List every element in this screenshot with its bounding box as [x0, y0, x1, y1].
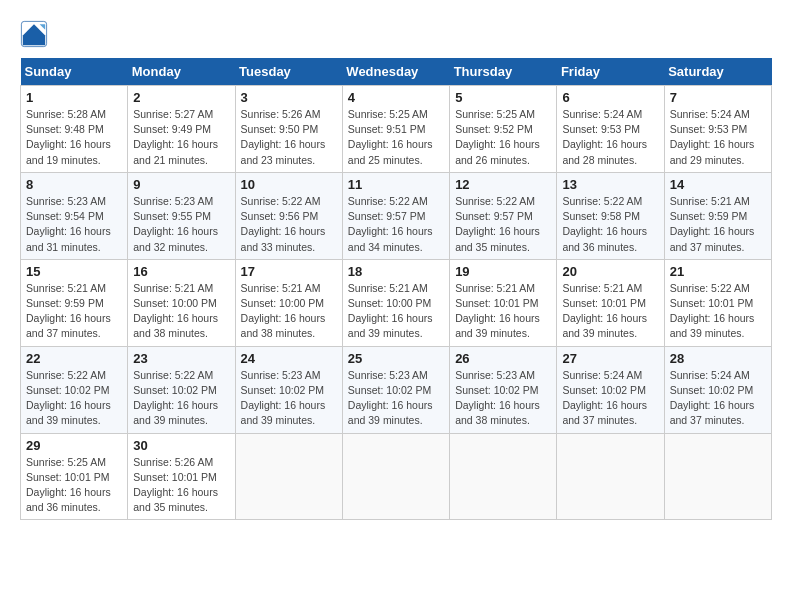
calendar-cell: 18 Sunrise: 5:21 AMSunset: 10:00 PMDayli… [342, 259, 449, 346]
calendar-cell: 13 Sunrise: 5:22 AMSunset: 9:58 PMDaylig… [557, 172, 664, 259]
day-number: 29 [26, 438, 122, 453]
day-info: Sunrise: 5:22 AMSunset: 9:57 PMDaylight:… [348, 195, 433, 253]
calendar-cell: 4 Sunrise: 5:25 AMSunset: 9:51 PMDayligh… [342, 86, 449, 173]
calendar-cell: 22 Sunrise: 5:22 AMSunset: 10:02 PMDayli… [21, 346, 128, 433]
weekday-header-wednesday: Wednesday [342, 58, 449, 86]
weekday-header-friday: Friday [557, 58, 664, 86]
calendar-cell: 15 Sunrise: 5:21 AMSunset: 9:59 PMDaylig… [21, 259, 128, 346]
day-number: 6 [562, 90, 658, 105]
calendar-cell: 9 Sunrise: 5:23 AMSunset: 9:55 PMDayligh… [128, 172, 235, 259]
weekday-header-saturday: Saturday [664, 58, 771, 86]
calendar-cell: 10 Sunrise: 5:22 AMSunset: 9:56 PMDaylig… [235, 172, 342, 259]
day-info: Sunrise: 5:25 AMSunset: 9:51 PMDaylight:… [348, 108, 433, 166]
day-number: 14 [670, 177, 766, 192]
calendar-cell [557, 433, 664, 520]
day-info: Sunrise: 5:22 AMSunset: 10:02 PMDaylight… [26, 369, 111, 427]
day-number: 10 [241, 177, 337, 192]
day-info: Sunrise: 5:23 AMSunset: 9:55 PMDaylight:… [133, 195, 218, 253]
day-info: Sunrise: 5:26 AMSunset: 9:50 PMDaylight:… [241, 108, 326, 166]
day-number: 18 [348, 264, 444, 279]
weekday-header-row: SundayMondayTuesdayWednesdayThursdayFrid… [21, 58, 772, 86]
day-number: 13 [562, 177, 658, 192]
day-number: 26 [455, 351, 551, 366]
weekday-header-thursday: Thursday [450, 58, 557, 86]
day-number: 22 [26, 351, 122, 366]
day-number: 28 [670, 351, 766, 366]
day-info: Sunrise: 5:21 AMSunset: 9:59 PMDaylight:… [26, 282, 111, 340]
day-info: Sunrise: 5:21 AMSunset: 10:00 PMDaylight… [348, 282, 433, 340]
calendar-cell: 23 Sunrise: 5:22 AMSunset: 10:02 PMDayli… [128, 346, 235, 433]
calendar-cell: 11 Sunrise: 5:22 AMSunset: 9:57 PMDaylig… [342, 172, 449, 259]
day-number: 5 [455, 90, 551, 105]
day-info: Sunrise: 5:25 AMSunset: 9:52 PMDaylight:… [455, 108, 540, 166]
calendar-week-4: 22 Sunrise: 5:22 AMSunset: 10:02 PMDayli… [21, 346, 772, 433]
day-number: 15 [26, 264, 122, 279]
day-info: Sunrise: 5:21 AMSunset: 10:01 PMDaylight… [455, 282, 540, 340]
calendar-cell: 8 Sunrise: 5:23 AMSunset: 9:54 PMDayligh… [21, 172, 128, 259]
day-info: Sunrise: 5:24 AMSunset: 9:53 PMDaylight:… [562, 108, 647, 166]
day-info: Sunrise: 5:22 AMSunset: 9:57 PMDaylight:… [455, 195, 540, 253]
calendar-week-3: 15 Sunrise: 5:21 AMSunset: 9:59 PMDaylig… [21, 259, 772, 346]
day-number: 19 [455, 264, 551, 279]
day-info: Sunrise: 5:22 AMSunset: 9:56 PMDaylight:… [241, 195, 326, 253]
day-info: Sunrise: 5:22 AMSunset: 10:01 PMDaylight… [670, 282, 755, 340]
calendar-cell: 26 Sunrise: 5:23 AMSunset: 10:02 PMDayli… [450, 346, 557, 433]
day-number: 9 [133, 177, 229, 192]
weekday-header-monday: Monday [128, 58, 235, 86]
day-info: Sunrise: 5:21 AMSunset: 10:00 PMDaylight… [241, 282, 326, 340]
day-number: 7 [670, 90, 766, 105]
calendar-cell: 16 Sunrise: 5:21 AMSunset: 10:00 PMDayli… [128, 259, 235, 346]
day-number: 24 [241, 351, 337, 366]
day-info: Sunrise: 5:24 AMSunset: 10:02 PMDaylight… [562, 369, 647, 427]
calendar-cell: 29 Sunrise: 5:25 AMSunset: 10:01 PMDayli… [21, 433, 128, 520]
calendar-cell: 28 Sunrise: 5:24 AMSunset: 10:02 PMDayli… [664, 346, 771, 433]
calendar-cell: 21 Sunrise: 5:22 AMSunset: 10:01 PMDayli… [664, 259, 771, 346]
day-info: Sunrise: 5:28 AMSunset: 9:48 PMDaylight:… [26, 108, 111, 166]
day-info: Sunrise: 5:22 AMSunset: 10:02 PMDaylight… [133, 369, 218, 427]
calendar-cell [235, 433, 342, 520]
page-header [20, 20, 772, 48]
day-info: Sunrise: 5:26 AMSunset: 10:01 PMDaylight… [133, 456, 218, 514]
calendar-cell: 14 Sunrise: 5:21 AMSunset: 9:59 PMDaylig… [664, 172, 771, 259]
calendar-week-5: 29 Sunrise: 5:25 AMSunset: 10:01 PMDayli… [21, 433, 772, 520]
calendar-cell: 12 Sunrise: 5:22 AMSunset: 9:57 PMDaylig… [450, 172, 557, 259]
day-number: 21 [670, 264, 766, 279]
calendar-cell: 19 Sunrise: 5:21 AMSunset: 10:01 PMDayli… [450, 259, 557, 346]
day-number: 1 [26, 90, 122, 105]
calendar-cell: 27 Sunrise: 5:24 AMSunset: 10:02 PMDayli… [557, 346, 664, 433]
day-number: 30 [133, 438, 229, 453]
day-info: Sunrise: 5:23 AMSunset: 9:54 PMDaylight:… [26, 195, 111, 253]
calendar-week-1: 1 Sunrise: 5:28 AMSunset: 9:48 PMDayligh… [21, 86, 772, 173]
calendar-cell: 1 Sunrise: 5:28 AMSunset: 9:48 PMDayligh… [21, 86, 128, 173]
day-info: Sunrise: 5:23 AMSunset: 10:02 PMDaylight… [455, 369, 540, 427]
day-info: Sunrise: 5:21 AMSunset: 10:01 PMDaylight… [562, 282, 647, 340]
calendar-cell: 5 Sunrise: 5:25 AMSunset: 9:52 PMDayligh… [450, 86, 557, 173]
calendar-cell [664, 433, 771, 520]
day-number: 17 [241, 264, 337, 279]
day-info: Sunrise: 5:24 AMSunset: 10:02 PMDaylight… [670, 369, 755, 427]
day-info: Sunrise: 5:27 AMSunset: 9:49 PMDaylight:… [133, 108, 218, 166]
day-info: Sunrise: 5:25 AMSunset: 10:01 PMDaylight… [26, 456, 111, 514]
day-number: 25 [348, 351, 444, 366]
calendar-cell [450, 433, 557, 520]
day-number: 27 [562, 351, 658, 366]
calendar-cell: 24 Sunrise: 5:23 AMSunset: 10:02 PMDayli… [235, 346, 342, 433]
calendar-cell: 20 Sunrise: 5:21 AMSunset: 10:01 PMDayli… [557, 259, 664, 346]
day-info: Sunrise: 5:22 AMSunset: 9:58 PMDaylight:… [562, 195, 647, 253]
logo [20, 20, 52, 48]
day-number: 4 [348, 90, 444, 105]
calendar-cell: 6 Sunrise: 5:24 AMSunset: 9:53 PMDayligh… [557, 86, 664, 173]
day-number: 12 [455, 177, 551, 192]
logo-icon [20, 20, 48, 48]
calendar-week-2: 8 Sunrise: 5:23 AMSunset: 9:54 PMDayligh… [21, 172, 772, 259]
day-info: Sunrise: 5:21 AMSunset: 10:00 PMDaylight… [133, 282, 218, 340]
day-info: Sunrise: 5:23 AMSunset: 10:02 PMDaylight… [348, 369, 433, 427]
calendar-cell: 7 Sunrise: 5:24 AMSunset: 9:53 PMDayligh… [664, 86, 771, 173]
day-number: 8 [26, 177, 122, 192]
weekday-header-tuesday: Tuesday [235, 58, 342, 86]
calendar-cell: 30 Sunrise: 5:26 AMSunset: 10:01 PMDayli… [128, 433, 235, 520]
calendar-cell: 17 Sunrise: 5:21 AMSunset: 10:00 PMDayli… [235, 259, 342, 346]
day-number: 2 [133, 90, 229, 105]
day-info: Sunrise: 5:24 AMSunset: 9:53 PMDaylight:… [670, 108, 755, 166]
calendar-cell: 2 Sunrise: 5:27 AMSunset: 9:49 PMDayligh… [128, 86, 235, 173]
